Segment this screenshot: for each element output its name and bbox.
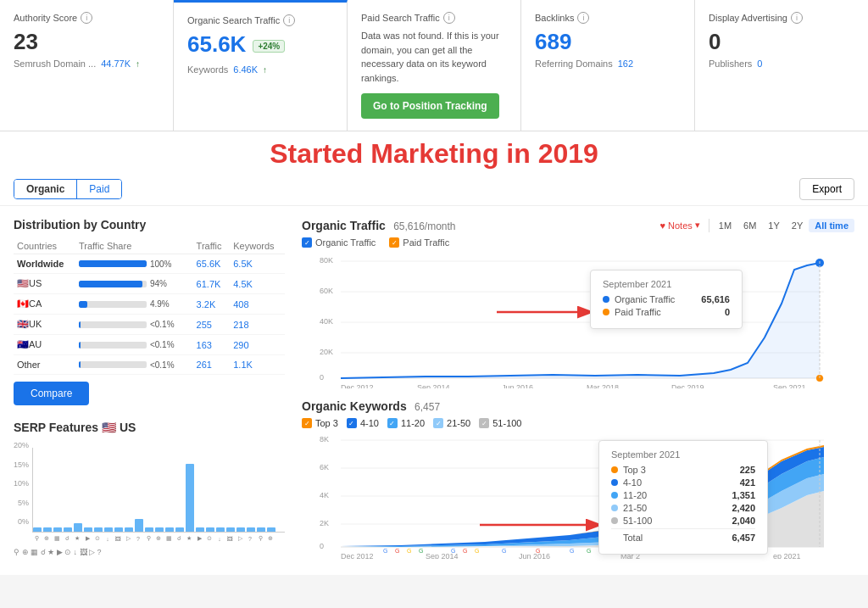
- serp-bar: [196, 527, 204, 532]
- serp-icon: ▷: [236, 534, 244, 543]
- legend-label-4-10: 4-10: [360, 418, 379, 428]
- svg-text:G: G: [383, 548, 387, 554]
- serp-bar: [186, 464, 194, 532]
- svg-text:40K: 40K: [320, 317, 333, 326]
- svg-text:G: G: [587, 548, 591, 554]
- svg-text:G: G: [451, 548, 455, 554]
- legend-check-top3[interactable]: ✓: [302, 418, 312, 428]
- tab-export-row: Organic Paid Export: [0, 173, 868, 206]
- svg-text:8K: 8K: [320, 435, 329, 443]
- metric-paid-search: Paid Search Traffic i Data was not found…: [348, 0, 521, 131]
- svg-text:ep 2021: ep 2021: [773, 552, 801, 559]
- col-traffic-share: Traffic Share: [75, 238, 193, 254]
- tooltip-dot-paid: [603, 309, 609, 315]
- legend-check-21-50[interactable]: ✓: [433, 418, 443, 428]
- sub-value-link[interactable]: 162: [618, 59, 633, 69]
- serp-bar: [216, 527, 225, 532]
- serp-icon: ⚲: [144, 534, 153, 543]
- metric-sub: Referring Domains 162: [535, 59, 681, 69]
- info-icon[interactable]: i: [791, 12, 803, 24]
- info-icon[interactable]: i: [81, 12, 92, 24]
- legend-label-51-100: 51-100: [492, 418, 521, 428]
- metric-display-advertising: Display Advertising i 0 Publishers 0: [695, 0, 868, 131]
- heart-icon: ♥: [659, 220, 665, 231]
- organic-keywords-title-group: Organic Keywords 6,457: [302, 399, 440, 413]
- serp-icon: ⊕: [154, 534, 163, 543]
- kw-label-51-100: 51-100: [623, 516, 726, 526]
- organic-traffic-title-group: Organic Traffic 65,616/month: [302, 219, 456, 232]
- tooltip-dot-organic: [603, 296, 609, 303]
- metric-sub: Semrush Domain ... 44.77K ↑: [14, 59, 159, 69]
- info-icon[interactable]: i: [283, 14, 295, 26]
- kw-value-top3: 225: [740, 465, 755, 475]
- metric-title: Paid Search Traffic i: [361, 12, 507, 24]
- serp-icon: ★: [185, 534, 193, 543]
- arrow-up-icon: ↑: [136, 59, 140, 69]
- svg-text:Sep 2014: Sep 2014: [417, 383, 450, 388]
- serp-bar: [53, 527, 62, 532]
- serp-bar: [43, 527, 52, 532]
- time-btn-alltime[interactable]: All time: [809, 219, 854, 232]
- svg-text:Dec 2012: Dec 2012: [341, 552, 374, 559]
- svg-text:60K: 60K: [320, 287, 333, 295]
- sub-value-link[interactable]: 0: [757, 59, 762, 69]
- chevron-down-icon: ▾: [695, 220, 700, 231]
- serp-icon: ↓: [103, 534, 112, 543]
- metric-sub: Keywords 6.46K ↑: [187, 64, 333, 75]
- serp-bar: [64, 527, 72, 532]
- time-btn-1y[interactable]: 1Y: [762, 219, 785, 232]
- kw-tooltip-row-11-20: 11-20 1,351: [611, 490, 755, 500]
- kw-value-11-20: 1,351: [732, 490, 755, 500]
- compare-button[interactable]: Compare: [14, 382, 89, 405]
- country-name: 🇺🇸US: [14, 274, 75, 294]
- metric-backlinks: Backlinks i 689 Referring Domains 162: [521, 0, 695, 131]
- right-column: Organic Traffic 65,616/month ♥ Notes ▾ 1…: [302, 206, 854, 561]
- kw-label-top3: Top 3: [623, 465, 735, 475]
- time-btn-2y[interactable]: 2Y: [786, 219, 809, 232]
- svg-text:Dec 2012: Dec 2012: [341, 383, 374, 388]
- serp-bar: [84, 527, 92, 532]
- legend-check-4-10[interactable]: ✓: [347, 418, 357, 428]
- svg-text:6K: 6K: [320, 463, 329, 471]
- go-to-position-tracking-button[interactable]: Go to Position Tracking: [361, 93, 499, 119]
- serp-icon: ▦: [164, 534, 173, 543]
- traffic-value: 61.7K: [193, 274, 231, 294]
- distribution-table-row: Worldwide100%65.6K6.5K: [14, 254, 285, 274]
- legend-top3: ✓ Top 3: [302, 418, 338, 428]
- svg-marker-10: [341, 263, 820, 378]
- info-icon[interactable]: i: [443, 12, 455, 24]
- info-icon[interactable]: i: [577, 12, 589, 24]
- serp-icon: ⊙: [93, 534, 102, 543]
- tab-organic[interactable]: Organic: [14, 180, 77, 198]
- sub-value-link[interactable]: 44.77K: [101, 59, 131, 69]
- metric-title-text: Paid Search Traffic: [361, 13, 440, 23]
- serp-bar: [125, 527, 133, 532]
- tab-paid[interactable]: Paid: [77, 180, 121, 198]
- svg-text:80K: 80K: [320, 256, 333, 265]
- distribution-table-row: 🇦🇺AU<0.1%163290: [14, 335, 285, 355]
- legend-check-51-100[interactable]: ✓: [479, 418, 489, 428]
- sub-value-link[interactable]: 6.46K: [233, 64, 258, 75]
- legend-check-paid[interactable]: ✓: [389, 237, 399, 248]
- country-name: 🇨🇦CA: [14, 294, 75, 315]
- traffic-value: 3.2K: [193, 294, 231, 315]
- traffic-value: 255: [193, 315, 231, 335]
- time-btn-6m[interactable]: 6M: [737, 219, 762, 232]
- distribution-table-row: 🇬🇧UK<0.1%255218: [14, 315, 285, 335]
- metric-title-text: Organic Search Traffic: [187, 15, 280, 25]
- svg-text:G: G: [475, 548, 479, 554]
- export-button[interactable]: Export: [799, 178, 854, 200]
- notes-button[interactable]: ♥ Notes ▾: [654, 218, 704, 232]
- tab-group: Organic Paid: [14, 179, 122, 199]
- serp-bar: [206, 527, 214, 532]
- serp-title: SERP Features 🇺🇸 US: [14, 421, 285, 434]
- kw-dot-11-20: [611, 492, 618, 499]
- keywords-value: 408: [230, 294, 285, 315]
- divider: [709, 219, 709, 232]
- time-btn-1m[interactable]: 1M: [713, 219, 737, 232]
- distribution-table-row: 🇺🇸US94%61.7K4.5K: [14, 274, 285, 294]
- legend-check-organic[interactable]: ✓: [302, 237, 312, 248]
- serp-bar-chart: [32, 448, 285, 533]
- legend-check-11-20[interactable]: ✓: [387, 418, 398, 428]
- traffic-share: <0.1%: [75, 335, 193, 355]
